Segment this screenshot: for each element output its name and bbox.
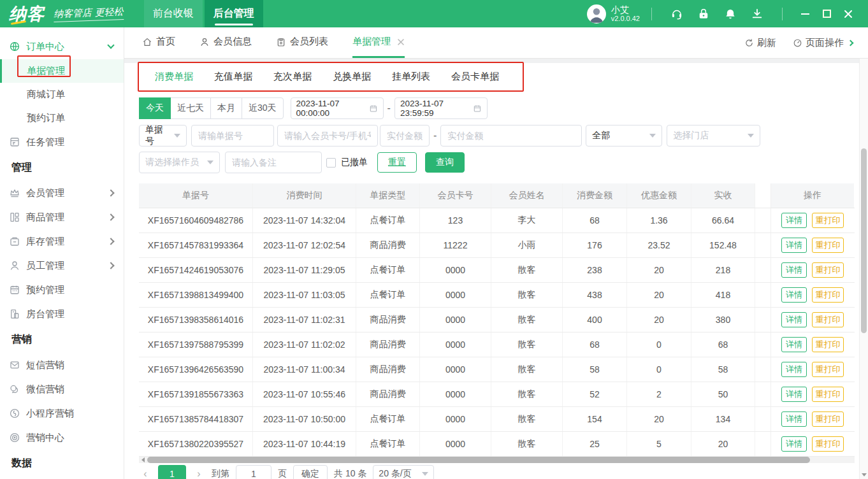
bill-type-tab-label: 兑换单据 xyxy=(333,71,371,83)
tab-home[interactable]: 首页 xyxy=(142,27,175,58)
detail-button[interactable]: 详情 xyxy=(781,238,807,253)
bill-type-tab[interactable]: 充值单据 xyxy=(214,63,252,92)
maximize-button[interactable] xyxy=(816,4,837,24)
vertical-scrollbar[interactable] xyxy=(859,59,868,479)
bill-no-input[interactable] xyxy=(191,125,274,147)
operator-select[interactable]: 请选择操作员 xyxy=(139,152,220,173)
bill-type-tab[interactable]: 挂单列表 xyxy=(392,63,430,92)
detail-button[interactable]: 详情 xyxy=(781,387,807,402)
sidebar-item-marketing-center[interactable]: 营销中心 xyxy=(0,425,124,450)
bill-no-type-select[interactable]: 单据号 xyxy=(139,125,187,147)
tab-bill-management[interactable]: 单据管理 xyxy=(352,27,405,58)
content-panel: 消费单据 充值单据 充次单据 兑换单据 挂单列表 会员卡单据 今天 xyxy=(124,63,859,479)
reprint-button[interactable]: 重打印 xyxy=(812,262,844,278)
reset-button[interactable]: 重置 xyxy=(377,152,417,173)
type-select[interactable]: 全部 xyxy=(586,125,662,147)
sidebar-item-wechat-marketing[interactable]: 微信营销 xyxy=(0,377,124,401)
sidebar-item-staff-management[interactable]: 员工管理 xyxy=(0,254,124,278)
reprint-button[interactable]: 重打印 xyxy=(812,287,844,303)
sidebar-item-booking-orders[interactable]: 预约订单 xyxy=(0,106,124,130)
tab-member-list[interactable]: 会员列表 xyxy=(276,27,328,58)
detail-button[interactable]: 详情 xyxy=(781,312,807,327)
current-page-button[interactable]: 1 xyxy=(158,465,186,479)
sidebar-item-label: 预约管理 xyxy=(26,284,64,296)
calendar-icon xyxy=(369,104,378,113)
reprint-button[interactable]: 重打印 xyxy=(812,362,844,377)
goto-page-input[interactable]: 1 xyxy=(236,465,271,479)
close-button[interactable] xyxy=(837,4,859,24)
sidebar-item-product-management[interactable]: 商品管理 xyxy=(0,205,124,229)
close-tab-icon[interactable] xyxy=(397,38,405,46)
search-button[interactable]: 查询 xyxy=(425,152,465,173)
sidebar-item-miniapp-marketing[interactable]: 小程序营销 xyxy=(0,401,124,425)
sidebar-item-booking-management[interactable]: 预约管理 xyxy=(0,278,124,302)
prev-page-button[interactable]: ‹ xyxy=(139,468,152,479)
bill-type-tab[interactable]: 消费单据 xyxy=(155,63,193,92)
reprint-button[interactable]: 重打印 xyxy=(812,312,844,327)
next-page-button[interactable]: › xyxy=(192,468,205,479)
minimize-button[interactable] xyxy=(794,4,816,24)
detail-button[interactable]: 详情 xyxy=(781,362,807,377)
amount-min-input[interactable] xyxy=(380,125,430,147)
bill-type-tab[interactable]: 兑换单据 xyxy=(333,63,371,92)
refresh-action[interactable]: 刷新 xyxy=(744,37,776,49)
detail-button[interactable]: 详情 xyxy=(781,436,807,452)
cell-member: 散客 xyxy=(491,407,563,431)
horizontal-scrollbar[interactable] xyxy=(139,457,855,463)
detail-button[interactable]: 详情 xyxy=(781,213,807,228)
remark-input[interactable] xyxy=(225,152,322,173)
bill-type-tab[interactable]: 会员卡单据 xyxy=(451,63,499,92)
quick-range-button[interactable]: 近30天 xyxy=(242,97,284,119)
detail-button[interactable]: 详情 xyxy=(781,411,807,427)
reprint-button[interactable]: 重打印 xyxy=(812,337,844,352)
page-size-select[interactable]: 20 条/页 xyxy=(373,465,434,479)
app-version: v2.0.0.42 xyxy=(611,15,640,23)
quick-range-button[interactable]: 今天 xyxy=(139,97,171,119)
cell-paid: 380 xyxy=(691,308,755,332)
sidebar-item-stock-management[interactable]: 库存管理 xyxy=(0,229,124,254)
page-operations-action[interactable]: 页面操作 xyxy=(793,37,853,49)
reprint-button[interactable]: 重打印 xyxy=(812,238,844,253)
sidebar-item-sms-marketing[interactable]: 短信营销 xyxy=(0,353,124,377)
voided-checkbox[interactable] xyxy=(326,158,336,168)
reprint-button[interactable]: 重打印 xyxy=(812,436,844,452)
reprint-button[interactable]: 重打印 xyxy=(812,213,844,228)
horizontal-scroll-thumb[interactable] xyxy=(147,457,810,463)
scroll-left-arrow-icon[interactable] xyxy=(141,457,145,462)
col-header-member: 会员姓名 xyxy=(491,183,563,208)
cell-gap xyxy=(755,382,770,406)
bill-type-tab[interactable]: 充次单据 xyxy=(273,63,312,92)
store-select[interactable]: 选择门店 xyxy=(667,125,760,147)
detail-button[interactable]: 详情 xyxy=(781,287,807,303)
download-icon[interactable] xyxy=(751,8,763,20)
avatar[interactable] xyxy=(587,4,606,24)
goto-confirm-button[interactable]: 确定 xyxy=(293,465,328,479)
date-to-picker[interactable]: 2023-11-07 23:59:59 xyxy=(394,97,488,119)
sidebar-item-order-center[interactable]: 订单中心 xyxy=(0,34,124,59)
scroll-down-arrow-icon[interactable] xyxy=(862,473,867,476)
quick-range-button[interactable]: 本月 xyxy=(210,97,242,119)
reprint-button[interactable]: 重打印 xyxy=(812,387,844,402)
cell-discount: 23.52 xyxy=(627,233,691,257)
lock-icon[interactable] xyxy=(697,8,710,20)
customer-service-icon[interactable] xyxy=(670,8,683,20)
table-row: XF16571398813499400 2023-11-07 11:03:05 … xyxy=(139,283,855,308)
detail-button[interactable]: 详情 xyxy=(781,337,807,352)
amount-max-input[interactable] xyxy=(440,125,582,147)
sidebar-item-member-management[interactable]: 会员管理 xyxy=(0,181,124,205)
sidebar-item-room-management[interactable]: 房台管理 xyxy=(0,302,124,326)
date-from-picker[interactable]: 2023-11-07 00:00:00 xyxy=(291,97,384,119)
reprint-button[interactable]: 重打印 xyxy=(812,411,844,427)
member-search-input[interactable] xyxy=(277,125,378,147)
mode-tab[interactable]: 前台收银 xyxy=(144,0,203,27)
sidebar-item-mall-orders[interactable]: 商城订单 xyxy=(0,83,124,106)
sidebar-item-label: 员工管理 xyxy=(26,260,64,272)
quick-range-button[interactable]: 近七天 xyxy=(170,97,211,119)
detail-button[interactable]: 详情 xyxy=(781,262,807,278)
vertical-scroll-thumb[interactable] xyxy=(861,148,867,333)
notification-bell-icon[interactable] xyxy=(724,8,737,20)
tab-member-info[interactable]: 会员信息 xyxy=(199,27,252,58)
sidebar-item-bill-management[interactable]: 单据管理 xyxy=(0,59,124,83)
sidebar-item-task-management[interactable]: 任务管理 xyxy=(0,130,124,154)
mode-tab[interactable]: 后台管理 xyxy=(205,0,263,27)
